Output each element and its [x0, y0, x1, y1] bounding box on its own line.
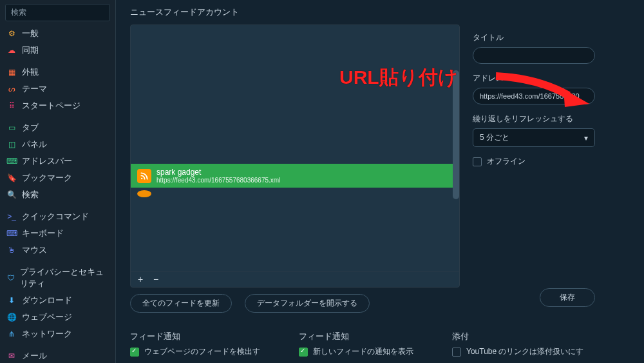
sidebar-item[interactable]: ⚙一般	[0, 25, 115, 42]
svg-point-0	[141, 177, 142, 179]
sidebar-item-label: プライバシーとセキュリティ	[20, 266, 109, 289]
add-feed-button[interactable]: +	[135, 273, 146, 285]
scrollbar-thumb[interactable]	[453, 70, 459, 199]
refresh-interval-select[interactable]: 5 分ごと ▾	[473, 128, 595, 147]
sidebar-item-label: ウェブページ	[22, 311, 72, 323]
feed-list[interactable]: spark gadget https://feed43.com/16675576…	[131, 25, 459, 271]
sidebar-item-icon: ⋔	[6, 329, 17, 339]
offline-checkbox-row[interactable]: オフライン	[473, 156, 630, 167]
sidebar-item[interactable]: ⌨キーボード	[0, 225, 115, 242]
address-input[interactable]	[473, 88, 595, 104]
sidebar-item-icon: >_	[6, 211, 17, 222]
title-input[interactable]	[473, 47, 595, 64]
sidebar-item-icon: 🔍	[6, 190, 17, 200]
sidebar-item-label: タブ	[22, 122, 39, 133]
sidebar-item[interactable]: ⌨アドレスバー	[0, 153, 115, 170]
sidebar-item[interactable]: 🌐ウェブページ	[0, 309, 115, 326]
new-feed-notif-checkbox[interactable]	[299, 348, 308, 357]
refresh-interval-label: 繰り返しをリフレッシュする	[473, 113, 630, 124]
sidebar-item-label: テーマ	[22, 83, 47, 95]
sidebar-item-label: ブックマーク	[22, 172, 72, 184]
chevron-down-icon: ▾	[584, 133, 588, 142]
feed-url: https://feed43.com/1667557680366675.xml	[156, 177, 280, 184]
sidebar-item[interactable]: ☁同期	[0, 42, 115, 59]
sidebar-item-label: メール	[22, 350, 47, 362]
sidebar-item-icon: ⌨	[6, 228, 17, 239]
sidebar-item-icon: ⌨	[6, 156, 17, 166]
sidebar-item[interactable]: >_クイックコマンド	[0, 208, 115, 225]
sidebar-item-label: キーボード	[22, 228, 64, 239]
sidebar-item-label: ダウンロード	[22, 295, 72, 306]
sidebar-item-label: 一般	[22, 28, 39, 39]
remove-feed-button[interactable]: −	[150, 273, 162, 285]
search-input[interactable]: 検索	[5, 4, 110, 21]
notif3-check-row[interactable]: YouTube のリンクは添付扱いにす	[452, 346, 584, 357]
sidebar-item-icon: ▦	[6, 67, 17, 77]
sidebar-item-icon: ✉	[6, 351, 17, 361]
notif2-title: フィード通知	[299, 331, 413, 342]
save-button[interactable]: 保存	[540, 288, 595, 307]
feed-list-box: spark gadget https://feed43.com/16675576…	[130, 25, 460, 288]
detect-feed-checkbox[interactable]	[130, 348, 139, 357]
sidebar-item[interactable]: ⬇ダウンロード	[0, 292, 115, 309]
sidebar-item[interactable]: ᔕテーマ	[0, 81, 115, 97]
feed-list-controls: + −	[131, 271, 459, 287]
sidebar-item-icon: ▭	[6, 123, 17, 133]
notif1-check-row[interactable]: ウェブページのフィードを検出す	[130, 346, 260, 357]
notif2-label: 新しいフィードの通知を表示	[313, 346, 413, 357]
sidebar-item-label: 同期	[22, 44, 39, 56]
notif1-label: ウェブページのフィードを検出す	[144, 346, 260, 357]
refresh-interval-value: 5 分ごと	[480, 132, 509, 143]
settings-sidebar: 検索 ⚙一般☁同期▦外観ᔕテーマ⠿スタートページ▭タブ◫パネル⌨アドレスバー🔖ブ…	[0, 0, 116, 363]
sidebar-item[interactable]: ◫パネル	[0, 136, 115, 153]
sidebar-item-label: 検索	[22, 189, 39, 201]
sidebar-item[interactable]: 🖱マウス	[0, 242, 115, 259]
sidebar-item-icon: 🔖	[6, 173, 17, 183]
sidebar-item[interactable]: ⋔ネットワーク	[0, 326, 115, 342]
sidebar-item[interactable]: ✉メール	[0, 348, 115, 363]
feed-detail-panel: タイトル アドレス 繰り返しをリフレッシュする 5 分ごと ▾ オフライン 保存	[473, 25, 630, 307]
sidebar-item[interactable]: ▦外観	[0, 64, 115, 81]
feed-name: spark gadget	[156, 168, 280, 177]
sidebar-item-label: マウス	[22, 244, 47, 256]
notif2-check-row[interactable]: 新しいフィードの通知を表示	[299, 346, 413, 357]
sidebar-item-icon: 🖱	[6, 245, 17, 255]
offline-checkbox[interactable]	[473, 157, 482, 166]
notif1-title: フィード通知	[130, 331, 260, 342]
sidebar-item-label: クイックコマンド	[22, 211, 89, 222]
sidebar-item-icon: 🛡	[6, 273, 15, 283]
sidebar-item-icon: 🌐	[6, 312, 17, 322]
offline-label: オフライン	[487, 156, 526, 167]
address-label: アドレス	[473, 73, 630, 84]
notif3-title: 添付	[452, 331, 584, 342]
sidebar-item-label: パネル	[22, 139, 47, 150]
sidebar-item[interactable]: 🛡プライバシーとセキュリティ	[0, 264, 115, 292]
refresh-all-button[interactable]: 全てのフィードを更新	[130, 294, 232, 313]
feed-item-selected[interactable]: spark gadget https://feed43.com/16675576…	[131, 164, 459, 188]
sidebar-item-icon: ☁	[6, 45, 17, 55]
sidebar-item-icon: ⚙	[6, 28, 17, 39]
sidebar-item-label: 外観	[22, 66, 39, 78]
youtube-attach-checkbox[interactable]	[452, 348, 461, 357]
sidebar-item[interactable]: 🔍検索	[0, 186, 115, 203]
feed-item-partial[interactable]	[137, 190, 151, 197]
sidebar-item-icon: ◫	[6, 139, 17, 150]
sidebar-item-icon: ⠿	[6, 101, 17, 111]
sidebar-item-icon: ᔕ	[6, 84, 17, 94]
sidebar-item[interactable]: ▭タブ	[0, 119, 115, 136]
notif3-label: YouTube のリンクは添付扱いにす	[466, 346, 584, 357]
rss-icon	[137, 169, 151, 183]
sidebar-item-icon: ⬇	[6, 295, 17, 306]
sidebar-item-label: スタートページ	[22, 100, 80, 112]
sidebar-item-label: アドレスバー	[22, 155, 72, 167]
sidebar-item[interactable]: ⠿スタートページ	[0, 97, 115, 114]
open-data-folder-button[interactable]: データフォルダーを開示する	[245, 294, 370, 313]
sidebar-item[interactable]: 🔖ブックマーク	[0, 170, 115, 186]
title-label: タイトル	[473, 32, 630, 43]
sidebar-item-label: ネットワーク	[22, 328, 72, 340]
main-content: ニュースフィードアカウント spark gadget https://feed4…	[116, 0, 644, 363]
section-title: ニュースフィードアカウント	[130, 6, 630, 18]
